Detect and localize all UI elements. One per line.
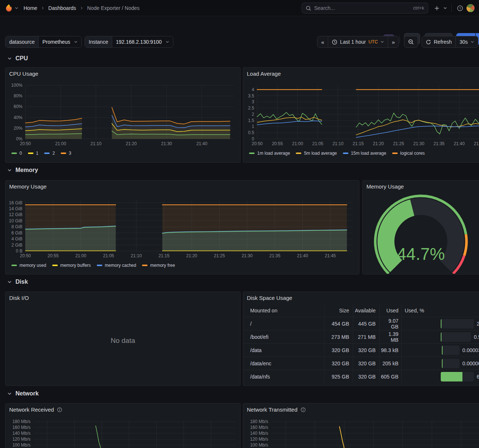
variable-instance-label: Instance xyxy=(85,36,112,47)
network-received-chart[interactable]: 100 Mb/s120 Mb/s140 Mb/s160 Mb/s180 Mb/s xyxy=(8,417,239,448)
svg-text:2 GiB: 2 GiB xyxy=(11,243,22,248)
legend-color-dash xyxy=(61,153,66,154)
section-disk[interactable]: Disk xyxy=(7,279,28,285)
memory-usage-legend: memory usedmemory buffersmemory cachedme… xyxy=(11,263,175,268)
legend-item[interactable]: 2 xyxy=(44,151,55,156)
used-pct-value: 0.509 xyxy=(474,334,479,340)
legend-item[interactable]: memory free xyxy=(142,263,175,268)
column-header-size[interactable]: Size xyxy=(324,304,353,317)
time-shift-back-button[interactable]: « xyxy=(317,36,328,47)
used-pct-bar xyxy=(442,345,460,355)
column-header-used-pct[interactable]: Used, % xyxy=(401,304,479,317)
svg-text:0%: 0% xyxy=(16,136,23,141)
column-header-available[interactable]: Available xyxy=(353,304,379,317)
user-avatar[interactable] xyxy=(466,4,475,12)
panel-title[interactable]: Disk I/O xyxy=(9,295,29,301)
legend-item[interactable]: memory cached xyxy=(97,263,136,268)
add-button[interactable] xyxy=(432,3,442,13)
zoom-out-icon[interactable] xyxy=(404,36,418,47)
cpu-usage-chart[interactable]: 0%20%40%60%80%100%20:5021:0021:1021:2021… xyxy=(8,82,238,148)
cell-size: 925 GB xyxy=(324,370,353,383)
variable-datasource-value[interactable]: Prometheus xyxy=(38,36,81,47)
org-switcher-chevron-icon[interactable] xyxy=(15,5,18,11)
load-average-chart[interactable]: 00.511.522.533.5420:5020:5521:0021:0521:… xyxy=(246,82,479,148)
legend-item[interactable]: 1m load average xyxy=(249,151,290,156)
svg-text:20:50: 20:50 xyxy=(20,141,31,146)
panel-title[interactable]: Network Received xyxy=(9,406,62,413)
panel-title[interactable]: Disk Space Usage xyxy=(247,295,292,301)
cell-used-pct: 0.509 xyxy=(401,330,479,343)
legend-item[interactable]: memory used xyxy=(11,263,46,268)
section-memory[interactable]: Memory xyxy=(7,167,38,173)
refresh-icon xyxy=(426,39,431,45)
cell-available: 320 GB xyxy=(353,344,379,356)
panel-title[interactable]: Load Average xyxy=(247,71,281,77)
help-icon[interactable]: ? xyxy=(455,3,465,13)
refresh-button[interactable]: Refresh xyxy=(422,36,455,47)
variable-datasource-label: datasource xyxy=(6,36,38,47)
svg-text:21:20: 21:20 xyxy=(126,141,137,146)
grafana-logo-icon[interactable] xyxy=(4,4,13,12)
cell-available: 320 GB xyxy=(353,357,379,370)
add-chevron-icon[interactable] xyxy=(442,3,448,13)
legend-item[interactable]: 5m load average xyxy=(296,151,337,156)
table-row: /data320 GB320 GB98.3 kB0.0000307 xyxy=(243,343,479,356)
chevron-down-icon xyxy=(7,168,12,172)
chevron-down-icon xyxy=(7,56,12,61)
legend-item[interactable]: 3 xyxy=(61,151,71,156)
svg-text:14 GiB: 14 GiB xyxy=(9,206,22,211)
refresh-interval-picker[interactable]: 30s xyxy=(455,36,478,47)
legend-item[interactable]: logical cores xyxy=(392,151,425,156)
chevron-down-icon xyxy=(166,40,169,44)
column-header-mounted-on[interactable]: Mounted on xyxy=(243,308,324,313)
time-shift-forward-button[interactable]: » xyxy=(388,36,398,47)
chevron-right-icon xyxy=(41,6,45,10)
memory-usage-chart[interactable]: 0 B2 GiB4 GiB6 GiB8 GiB10 GiB12 GiB14 Gi… xyxy=(8,197,357,261)
breadcrumb-home[interactable]: Home xyxy=(24,5,37,11)
cell-mounted-on: /data/enc xyxy=(243,361,324,366)
svg-text:21:35: 21:35 xyxy=(269,253,280,258)
legend-item[interactable]: 1 xyxy=(28,151,39,156)
svg-text:180 Mb/s: 180 Mb/s xyxy=(250,419,268,424)
svg-text:21:00: 21:00 xyxy=(55,141,66,146)
time-range-picker[interactable]: Last 1 hour UTC xyxy=(328,36,388,47)
panel-title[interactable]: Network Transmitted xyxy=(247,406,306,413)
column-header-used[interactable]: Used xyxy=(379,304,401,317)
legend-item[interactable]: memory buffers xyxy=(52,263,91,268)
svg-text:21:40: 21:40 xyxy=(454,141,465,146)
breadcrumb-dashboards[interactable]: Dashboards xyxy=(48,5,76,11)
search-input[interactable] xyxy=(314,5,410,11)
panel-disk-space: Disk Space Usage Mounted on Size Availab… xyxy=(243,291,479,386)
network-transmitted-chart[interactable]: 100 Mb/s120 Mb/s140 Mb/s160 Mb/s180 Mb/s xyxy=(245,417,479,448)
panel-load-average: Load Average 00.511.522.533.5420:5020:55… xyxy=(243,67,479,163)
svg-text:120 Mb/s: 120 Mb/s xyxy=(13,437,31,442)
svg-text:3.5: 3.5 xyxy=(248,93,254,98)
zoom-out-group xyxy=(404,36,418,48)
panel-memory-gauge: Memory Usage 44.7% xyxy=(362,180,479,275)
section-cpu[interactable]: CPU xyxy=(7,55,28,62)
cell-available: 445 GB xyxy=(353,317,379,330)
svg-text:21:10: 21:10 xyxy=(91,141,102,146)
cell-used: 98.3 kB xyxy=(379,344,401,356)
disk-space-table: Mounted on Size Available Used Used, % /… xyxy=(243,304,479,383)
cell-available: 271 MB xyxy=(353,330,379,343)
svg-text:21:30: 21:30 xyxy=(413,141,424,146)
legend-item[interactable]: 0 xyxy=(11,151,22,156)
refresh-controls: Refresh 30s xyxy=(422,36,478,48)
panel-title[interactable]: CPU Usage xyxy=(9,71,38,77)
info-icon[interactable] xyxy=(301,407,306,412)
svg-text:140 Mb/s: 140 Mb/s xyxy=(250,431,268,436)
info-icon[interactable] xyxy=(57,407,62,412)
used-pct-bar xyxy=(441,372,474,381)
chevron-down-icon xyxy=(7,391,12,396)
legend-item[interactable]: 15m load average xyxy=(343,151,386,156)
panel-title[interactable]: Memory Usage xyxy=(366,183,404,190)
svg-text:21:15: 21:15 xyxy=(353,141,364,146)
panel-title[interactable]: Memory Usage xyxy=(9,183,47,190)
svg-text:0 B: 0 B xyxy=(16,248,22,254)
svg-text:4 GiB: 4 GiB xyxy=(11,236,22,241)
breadcrumb: Home Dashboards Node Exporter / Nodes xyxy=(24,5,139,11)
divider xyxy=(400,35,400,43)
section-network[interactable]: Network xyxy=(7,390,39,397)
variable-instance-value[interactable]: 192.168.2.130:9100 xyxy=(112,36,173,47)
